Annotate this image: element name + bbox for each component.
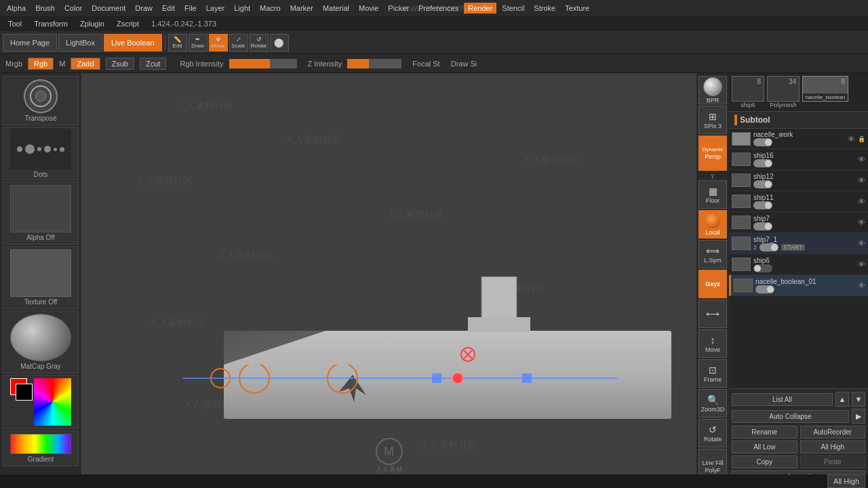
matcap-section[interactable]: MatCap Gray [3,310,79,373]
ship7-toggle[interactable] [753,222,772,230]
gradient-box[interactable] [10,434,71,454]
matcap-sphere[interactable] [10,314,71,361]
tool-zplugin[interactable]: Zplugin [75,19,110,28]
live-boolean-button[interactable]: Live Boolean [104,34,162,52]
autoreorder-button[interactable]: AutoReorder [800,426,866,439]
color-picker[interactable] [10,378,71,426]
top-ship6-item[interactable]: 8 ship6 [732,76,764,108]
all-low-button[interactable]: All Low [732,441,797,453]
color-gradient[interactable] [34,378,71,426]
subtool-ship7-1[interactable]: ship7_1 2 START 👁 [729,233,868,254]
tool-transform[interactable]: Transform [28,19,73,28]
menu-layer[interactable]: Layer [202,3,229,14]
ship11-toggle[interactable] [753,201,772,209]
zcut-button[interactable]: Zcut [140,58,166,70]
subtool-nacelle-work[interactable]: nacelle_work 👁 🔒 [729,129,868,149]
floor-button[interactable]: ▦ Floor [698,180,727,209]
tool-tool[interactable]: Tool [3,19,27,28]
menu-file[interactable]: File [180,3,201,14]
dynamic-button[interactable]: Dynamic Persp [698,136,727,171]
list-all-down-arrow[interactable]: ▼ [852,392,865,407]
menu-texture[interactable]: Texture [561,3,593,14]
list-all-button[interactable]: List All [732,393,833,406]
menu-render[interactable]: Render [464,3,496,14]
ship11-eye[interactable]: 👁 [858,197,865,205]
ship7-eye[interactable]: 👁 [858,218,865,226]
auto-collapse-arrow[interactable]: ▶ [852,409,865,424]
rgb-button[interactable]: Rgb [28,58,54,70]
ship7-1-eye[interactable]: 👁 [858,239,865,247]
zadd-button[interactable]: Zadd [71,58,100,70]
texture-box[interactable] [10,249,71,297]
nacelle-work-eye[interactable]: 👁 [848,135,855,143]
menu-stroke[interactable]: Stroke [530,3,559,14]
menu-stencil[interactable]: Stencil [498,3,528,14]
top-nacelle-item[interactable]: 8 nacelle_boolean [802,76,848,108]
move-button[interactable]: ✥ Move [209,34,228,52]
bpr-button[interactable]: BPR [698,76,727,104]
top-polymesh-item[interactable]: 34 Polymesh [767,76,800,108]
viewport-3d[interactable]: Z Z M 人人素材 [81,73,696,488]
copy-button[interactable]: Copy [732,455,797,468]
all-high-button[interactable]: All High [800,441,866,453]
subtool-ship11[interactable]: ship11 👁 [729,191,868,212]
ship12-toggle[interactable] [753,180,772,188]
canvas-area[interactable]: 人人素材社区 人人素材社区 人人素材社区 人人素材社区 人人素材社区 人人素材社… [81,73,729,488]
lsym-button[interactable]: ⟺ L.Sym [698,240,727,268]
sphere-button[interactable]: ⬤ [270,34,289,52]
edit-button[interactable]: ✏️ Edit [168,34,187,52]
ship16-eye[interactable]: 👁 [858,155,865,163]
nacelle-work-lock[interactable]: 🔒 [858,136,865,142]
spix-button[interactable]: ⊞ SPix 3 [698,106,727,134]
frame-button[interactable]: ⊡ Frame [698,359,727,388]
menu-color[interactable]: Color [60,3,86,14]
menu-document[interactable]: Document [87,3,130,14]
draw-button[interactable]: ✒ Draw [189,34,208,52]
local-button[interactable]: Local [698,210,727,239]
nacelle-bool-eye[interactable]: 👁 [858,281,865,289]
alpha-box[interactable] [10,185,71,232]
menu-movie[interactable]: Movie [355,3,382,14]
rotate-button[interactable]: ↺ Rotate [250,34,269,52]
gradient-section[interactable]: Gradient [3,430,79,466]
gxyz-button[interactable]: Gxyz [698,270,727,298]
menu-preferences[interactable]: Preferences [414,3,462,14]
zoom3d-button[interactable]: 🔍 Zoom3D [698,389,727,418]
home-page-button[interactable]: Home Page [3,34,57,52]
subtool-ship16[interactable]: ship16 👁 [729,149,868,170]
ship12-eye[interactable]: 👁 [858,176,865,184]
transpose-icon[interactable] [24,79,58,113]
subtool-ship12[interactable]: ship12 👁 [729,170,868,191]
paste-button[interactable]: Paste [800,455,866,468]
menu-alpha[interactable]: Alpha [3,3,30,14]
rotate-rt-button[interactable]: ↺ Rotate [698,419,727,447]
subtool-ship7[interactable]: ship7 👁 [729,212,868,233]
ship7-1-toggle[interactable] [760,243,778,251]
list-all-up-arrow[interactable]: ▲ [835,392,849,407]
menu-light[interactable]: Light [230,3,254,14]
tool-zscript[interactable]: Zscript [111,19,144,28]
all-high-status-button[interactable]: All High [827,474,865,488]
scale-button[interactable]: ⤢ Scale [229,34,248,52]
zsub-button[interactable]: Zsub [106,58,134,70]
menu-brush[interactable]: Brush [31,3,59,14]
subtool-ship6[interactable]: ship6 👁 [729,254,868,275]
sym-button[interactable]: ⟷ [698,300,727,328]
rename-button[interactable]: Rename [732,426,797,439]
rgb-intensity-slider[interactable] [229,59,297,68]
texture-section[interactable]: Texture Off [3,246,79,309]
lightbox-button[interactable]: LightBox [58,34,102,52]
z-intensity-slider[interactable] [347,59,401,68]
move-rt-button[interactable]: ↕ Move [698,329,727,358]
menu-marker[interactable]: Marker [286,3,317,14]
color-picker-section[interactable] [3,375,79,429]
auto-collapse-button[interactable]: Auto Collapse [732,410,849,423]
nacelle-work-toggle[interactable] [753,138,772,146]
menu-macro[interactable]: Macro [256,3,285,14]
nacelle-bool-toggle[interactable] [755,285,774,293]
ship16-toggle[interactable] [753,159,772,167]
menu-picker[interactable]: Picker [384,3,413,14]
menu-draw[interactable]: Draw [131,3,157,14]
ship6-eye[interactable]: 👁 [858,260,865,268]
background-color[interactable] [16,384,33,401]
